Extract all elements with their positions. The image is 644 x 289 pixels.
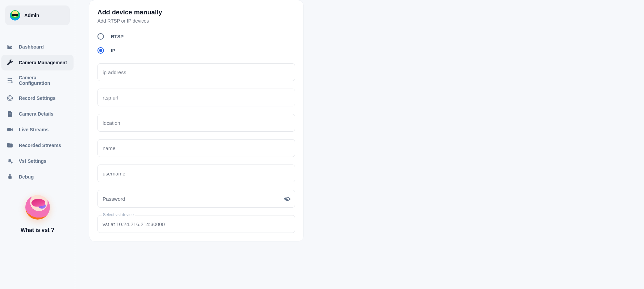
avatar (10, 10, 20, 21)
sidebar-item-camera-management[interactable]: Camera Management (1, 55, 74, 70)
rtsp-url-input[interactable] (97, 89, 295, 106)
sidebar-item-camera-details[interactable]: Camera Details (1, 106, 74, 122)
sidebar-item-recorded-streams[interactable]: Recorded Streams (1, 137, 74, 153)
main: Add device manually Add RTSP or IP devic… (75, 0, 644, 289)
field-select-vst: Select vst device vst at 10.24.216.214:3… (97, 215, 295, 233)
user-card[interactable]: Admin (5, 5, 70, 25)
field-name (97, 139, 295, 157)
radio-rtsp[interactable]: RTSP (97, 33, 295, 40)
sidebar-item-label: Debug (19, 174, 34, 180)
sidebar-item-camera-configuration[interactable]: Camera Configuration (1, 70, 74, 90)
name-input[interactable] (97, 139, 295, 157)
sidebar-item-debug[interactable]: Debug (1, 169, 74, 185)
svg-point-10 (11, 162, 13, 163)
sidebar-item-live-streams[interactable]: Live Streams (1, 122, 74, 137)
sidebar-item-label: Camera Management (19, 60, 67, 65)
sidebar-item-label: Record Settings (19, 95, 55, 101)
user-name: Admin (24, 13, 39, 18)
svg-point-9 (9, 160, 10, 161)
svg-point-5 (10, 99, 11, 100)
location-input[interactable] (97, 114, 295, 132)
promo-avatar (25, 195, 50, 220)
ip-address-input[interactable] (97, 63, 295, 81)
vst-device-select[interactable]: vst at 10.24.216.214:30000 (97, 215, 295, 233)
radio-ip[interactable]: IP (97, 47, 295, 54)
gears-icon (6, 158, 13, 165)
sidebar-item-label: Camera Configuration (19, 75, 68, 86)
field-username (97, 165, 295, 182)
svg-point-4 (10, 96, 11, 97)
svg-point-1 (9, 80, 10, 81)
sidebar-item-label: Dashboard (19, 44, 44, 50)
svg-point-11 (9, 175, 11, 179)
username-input[interactable] (97, 165, 295, 182)
sidebar-item-dashboard[interactable]: Dashboard (1, 39, 74, 55)
device-type-radios: RTSP IP (97, 33, 295, 54)
folder-video-icon (6, 142, 13, 149)
sidebar: Admin Dashboard Camera Management Camera… (0, 0, 75, 289)
fields: Select vst device vst at 10.24.216.214:3… (97, 63, 295, 233)
svg-point-7 (11, 98, 12, 99)
sidebar-item-vst-settings[interactable]: Vst Settings (1, 153, 74, 169)
field-rtsp-url (97, 89, 295, 106)
svg-rect-8 (8, 128, 11, 131)
sliders-icon (6, 77, 13, 84)
sidebar-item-label: Vst Settings (19, 158, 47, 164)
page-subtitle: Add RTSP or IP devices (97, 18, 295, 24)
select-floating-label: Select vst device (102, 212, 135, 217)
sidebar-item-label: Camera Details (19, 111, 53, 117)
svg-point-2 (12, 82, 13, 83)
promo-title: What is vst ? (3, 227, 72, 233)
field-location (97, 114, 295, 132)
sidebar-item-label: Live Streams (19, 127, 49, 132)
field-ip-address (97, 63, 295, 81)
sidebar-item-record-settings[interactable]: Record Settings (1, 90, 74, 106)
sidebar-nav: Dashboard Camera Management Camera Confi… (3, 39, 72, 185)
promo-card: What is vst ? (3, 195, 72, 237)
document-icon (6, 110, 13, 117)
wrench-icon (6, 59, 13, 66)
field-password (97, 190, 295, 208)
video-icon (6, 126, 13, 133)
password-input[interactable] (97, 190, 295, 208)
eye-off-icon[interactable] (284, 195, 291, 202)
select-value: vst at 10.24.216.214:30000 (103, 221, 165, 227)
add-device-card: Add device manually Add RTSP or IP devic… (89, 0, 304, 241)
bug-icon (6, 173, 13, 180)
radio-ring-icon (97, 33, 104, 40)
svg-point-0 (11, 78, 12, 79)
radio-ring-icon (97, 47, 104, 54)
svg-point-6 (8, 98, 9, 99)
radio-label: IP (111, 48, 115, 53)
radio-label: RTSP (111, 34, 123, 39)
page-title: Add device manually (97, 9, 295, 16)
reel-icon (6, 95, 13, 102)
dashboard-icon (6, 43, 13, 50)
sidebar-item-label: Recorded Streams (19, 143, 61, 148)
